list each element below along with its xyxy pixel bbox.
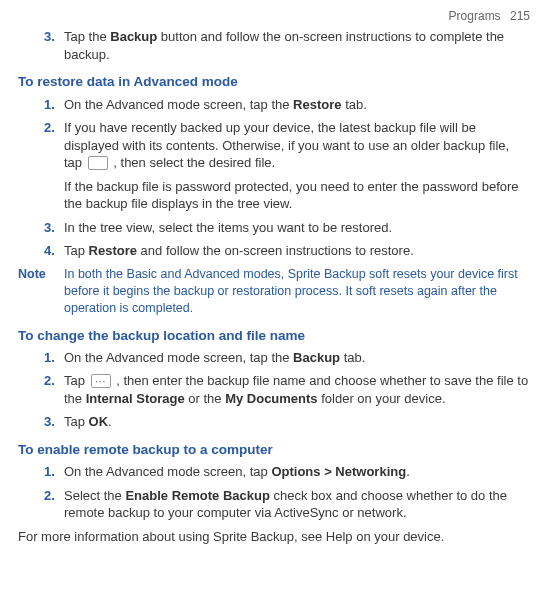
- step-marker: 2.: [44, 487, 62, 505]
- heading-change: To change the backup location and file n…: [18, 327, 530, 345]
- step-text: In the tree view, select the items you w…: [64, 220, 392, 235]
- step-text: Tap the Backup button and follow the on-…: [64, 29, 504, 62]
- step-marker: 2.: [44, 372, 62, 390]
- step-marker: 3.: [44, 219, 62, 237]
- remote-steps: 1. On the Advanced mode screen, tap Opti…: [44, 463, 530, 522]
- step-subtext: If the backup file is password protected…: [64, 178, 530, 213]
- list-item: 4. Tap Restore and follow the on-screen …: [44, 242, 530, 260]
- closing-paragraph: For more information about using Sprite …: [18, 528, 530, 546]
- list-item: 2. If you have recently backed up your d…: [44, 119, 530, 213]
- step-text: Select the Enable Remote Backup check bo…: [64, 488, 507, 521]
- list-item: 1. On the Advanced mode screen, tap Opti…: [44, 463, 530, 481]
- heading-remote: To enable remote backup to a computer: [18, 441, 530, 459]
- step-text: On the Advanced mode screen, tap the Bac…: [64, 350, 365, 365]
- step-text: On the Advanced mode screen, tap Options…: [64, 464, 410, 479]
- header-section: Programs: [449, 9, 501, 23]
- step-text: If you have recently backed up your devi…: [64, 120, 509, 170]
- header-page: 215: [510, 9, 530, 23]
- step-marker: 1.: [44, 463, 62, 481]
- continued-step-list: 3. Tap the Backup button and follow the …: [44, 28, 530, 63]
- step-marker: 4.: [44, 242, 62, 260]
- change-steps: 1. On the Advanced mode screen, tap the …: [44, 349, 530, 431]
- list-item: 2. Select the Enable Remote Backup check…: [44, 487, 530, 522]
- list-item: 3. Tap the Backup button and follow the …: [44, 28, 530, 63]
- step-marker: 1.: [44, 349, 62, 367]
- step-text: On the Advanced mode screen, tap the Res…: [64, 97, 367, 112]
- file-picker-icon: [88, 156, 108, 170]
- step-marker: 3.: [44, 413, 62, 431]
- step-text: Tap OK.: [64, 414, 112, 429]
- step-text: Tap Restore and follow the on-screen ins…: [64, 243, 414, 258]
- note-block: Note In both the Basic and Advanced mode…: [18, 266, 530, 317]
- list-item: 2. Tap , then enter the backup file name…: [44, 372, 530, 407]
- step-marker: 2.: [44, 119, 62, 137]
- list-item: 1. On the Advanced mode screen, tap the …: [44, 96, 530, 114]
- list-item: 3. Tap OK.: [44, 413, 530, 431]
- restore-steps: 1. On the Advanced mode screen, tap the …: [44, 96, 530, 260]
- more-options-icon: [91, 374, 111, 388]
- step-marker: 1.: [44, 96, 62, 114]
- list-item: 1. On the Advanced mode screen, tap the …: [44, 349, 530, 367]
- page-header: Programs 215: [18, 8, 530, 24]
- step-marker: 3.: [44, 28, 55, 46]
- list-item: 3. In the tree view, select the items yo…: [44, 219, 530, 237]
- heading-restore: To restore data in Advanced mode: [18, 73, 530, 91]
- note-body: In both the Basic and Advanced modes, Sp…: [64, 266, 530, 317]
- step-text: Tap , then enter the backup file name an…: [64, 373, 528, 406]
- note-label: Note: [18, 266, 64, 317]
